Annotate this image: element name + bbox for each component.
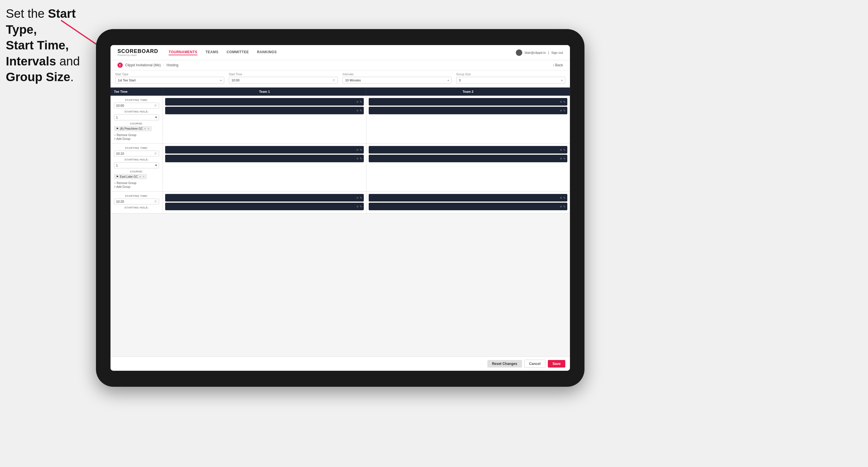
group-size-chevron: ▾ xyxy=(561,79,563,82)
header-team2: Team 2 xyxy=(366,88,570,96)
row2-course-remove[interactable]: ✕ xyxy=(139,175,141,178)
row3-t1s2-x-icon[interactable]: ✕ xyxy=(356,205,359,208)
row2-time-input[interactable]: 10:10 ⏱ xyxy=(114,151,159,156)
table-row: STARTING TIME: 10:00 ⏱ STARTING HOLE: 1 … xyxy=(111,96,570,144)
start-type-label: Start Type xyxy=(115,73,224,76)
breadcrumb: C Clippd Invitational (Me) › Hosting xyxy=(118,63,178,68)
bottom-bar: Reset Changes Cancel Save xyxy=(111,356,570,371)
row2-t1s2-edit-icon[interactable]: ✎ xyxy=(360,157,362,160)
row1-t1s2-edit-icon[interactable]: ✎ xyxy=(360,109,362,112)
start-type-value: 1st Tee Start xyxy=(118,79,136,82)
nav-item-tournaments[interactable]: TOURNAMENTS xyxy=(169,50,197,55)
logo: SCOREBOARD Powered by clippd xyxy=(118,49,158,56)
row2-t1s1-x-icon[interactable]: ✕ xyxy=(356,148,359,152)
row2-team2: ✕ ✎ ✕ ✎ xyxy=(366,144,570,191)
start-type-select[interactable]: 1st Tee Start ▾ xyxy=(115,77,224,84)
header-team1: Team 1 xyxy=(163,88,366,96)
row1-remove-group[interactable]: ○ Remove Group xyxy=(114,133,159,137)
row3-t2s1-edit-icon[interactable]: ✎ xyxy=(563,196,565,199)
row2-action-links: ○ Remove Group + Add Group xyxy=(114,182,159,188)
row3-t1s1-x-icon[interactable]: ✕ xyxy=(356,196,359,199)
tournament-name[interactable]: Clippd Invitational (Me) xyxy=(125,63,161,67)
row3-team2: ✕ ✎ ✕ ✎ xyxy=(366,192,570,213)
group-size-label: Group Size xyxy=(456,73,565,76)
row1-team2-slot2: ✕ ✎ xyxy=(369,107,567,114)
user-avatar xyxy=(516,50,522,56)
row3-starting-hole-label: STARTING HOLE: xyxy=(114,206,159,209)
row1-t2s2-x-icon[interactable]: ✕ xyxy=(560,109,562,112)
row1-t1s1-edit-icon[interactable]: ✎ xyxy=(360,100,362,103)
row1-team2: ✕ ✎ ✕ ✎ xyxy=(366,96,570,143)
row2-t2s2-edit-icon[interactable]: ✎ xyxy=(563,157,565,160)
start-time-select[interactable]: 10:00 ⏱ xyxy=(229,77,338,84)
row3-team2-slot1: ✕ ✎ xyxy=(369,194,567,201)
table-body: STARTING TIME: 10:00 ⏱ STARTING HOLE: 1 … xyxy=(111,96,570,356)
nav-bar: SCOREBOARD Powered by clippd TOURNAMENTS… xyxy=(111,45,570,60)
row1-remove-icon: ○ xyxy=(114,133,116,137)
row2-remove-group[interactable]: ○ Remove Group xyxy=(114,182,159,185)
row3-t1s2-edit-icon[interactable]: ✎ xyxy=(360,205,362,208)
row2-course-tag: ⚑ East Lake GC ✕ ✎ xyxy=(114,174,147,179)
row1-hole-chevron: ▾ xyxy=(155,116,157,119)
row2-t2s1-edit-icon[interactable]: ✎ xyxy=(563,148,565,152)
back-button[interactable]: ‹ Back xyxy=(553,63,563,67)
row3-t2s2-edit-icon[interactable]: ✎ xyxy=(563,205,565,208)
nav-item-teams[interactable]: TEAMS xyxy=(206,50,219,55)
row1-team2-slot1: ✕ ✎ xyxy=(369,98,567,105)
row3-t2s1-x-icon[interactable]: ✕ xyxy=(560,196,562,199)
row2-team1-slot2: ✕ ✎ xyxy=(165,155,364,162)
nav-item-rankings[interactable]: RANKINGS xyxy=(257,50,277,55)
row2-t2s1-x-icon[interactable]: ✕ xyxy=(560,148,562,152)
row2-t1s1-edit-icon[interactable]: ✎ xyxy=(360,148,362,152)
row1-add-group[interactable]: + Add Group xyxy=(114,137,159,141)
row2-course-edit[interactable]: ✎ xyxy=(143,175,145,178)
row2-remove-icon: ○ xyxy=(114,182,116,185)
intervals-select[interactable]: 10 Minutes ▾ xyxy=(343,77,452,84)
row1-hole-select[interactable]: 1 ▾ xyxy=(114,114,159,120)
row1-course-tag: ⚑ (A) Peachtree GC ✕ ✎ xyxy=(114,126,152,131)
row3-t1s1-edit-icon[interactable]: ✎ xyxy=(360,196,362,199)
group-size-value: 3 xyxy=(459,79,461,82)
intervals-group: Intervals 10 Minutes ▾ xyxy=(343,73,452,84)
row1-course-remove[interactable]: ✕ xyxy=(144,127,146,130)
row3-t2s2-x-icon[interactable]: ✕ xyxy=(560,205,562,208)
intervals-value: 10 Minutes xyxy=(345,79,361,82)
group-size-select[interactable]: 3 ▾ xyxy=(456,77,565,84)
reset-changes-button[interactable]: Reset Changes xyxy=(487,360,522,368)
row2-hole-value: 1 xyxy=(116,164,118,167)
start-time-value: 10:00 xyxy=(231,79,240,82)
row2-add-group[interactable]: + Add Group xyxy=(114,185,159,188)
start-time-label: Start Time xyxy=(229,73,338,76)
row2-t1s2-x-icon[interactable]: ✕ xyxy=(356,157,359,160)
row1-time-input[interactable]: 10:00 ⏱ xyxy=(114,103,159,108)
row3-time-input[interactable]: 10:20 ⏱ xyxy=(114,198,159,205)
tablet-device: SCOREBOARD Powered by clippd TOURNAMENTS… xyxy=(96,29,585,387)
sign-out-link[interactable]: Sign out xyxy=(551,51,563,54)
logo-main: SCOREBOARD xyxy=(118,49,158,54)
row2-t2s2-x-icon[interactable]: ✕ xyxy=(560,157,562,160)
row2-course-section: ⚑ East Lake GC ✕ ✎ xyxy=(114,174,159,180)
row1-course-label: COURSE: xyxy=(114,122,159,125)
row1-t1s1-x-icon[interactable]: ✕ xyxy=(356,100,359,103)
cancel-button[interactable]: Cancel xyxy=(524,360,546,368)
table-row: STARTING TIME: 10:20 ⏱ STARTING HOLE: ✕ … xyxy=(111,192,570,213)
row1-t1s2-x-icon[interactable]: ✕ xyxy=(356,109,359,112)
header-tee-time: Tee Time xyxy=(111,88,163,96)
intervals-label: Intervals xyxy=(343,73,452,76)
row1-t2s2-edit-icon[interactable]: ✎ xyxy=(563,109,565,112)
nav-item-committee[interactable]: COMMITTEE xyxy=(226,50,249,55)
row1-course-section: ⚑ (A) Peachtree GC ✕ ✎ xyxy=(114,126,159,132)
row1-course-edit[interactable]: ✎ xyxy=(148,127,150,130)
row1-team1: ✕ ✎ ✕ ✎ xyxy=(163,96,366,143)
row2-course-label: COURSE: xyxy=(114,170,159,173)
row2-course-name: East Lake GC xyxy=(120,175,138,178)
row1-t2s1-edit-icon[interactable]: ✎ xyxy=(563,100,565,103)
row1-starting-hole-label: STARTING HOLE: xyxy=(114,110,159,113)
row1-t2s1-x-icon[interactable]: ✕ xyxy=(560,100,562,103)
tablet-screen: SCOREBOARD Powered by clippd TOURNAMENTS… xyxy=(111,45,570,371)
breadcrumb-section: Hosting xyxy=(166,63,179,67)
row1-clock-icon: ⏱ xyxy=(154,104,157,107)
save-button[interactable]: Save xyxy=(548,360,565,368)
row1-course-name: (A) Peachtree GC xyxy=(120,127,143,130)
row2-hole-select[interactable]: 1 ▾ xyxy=(114,162,159,168)
